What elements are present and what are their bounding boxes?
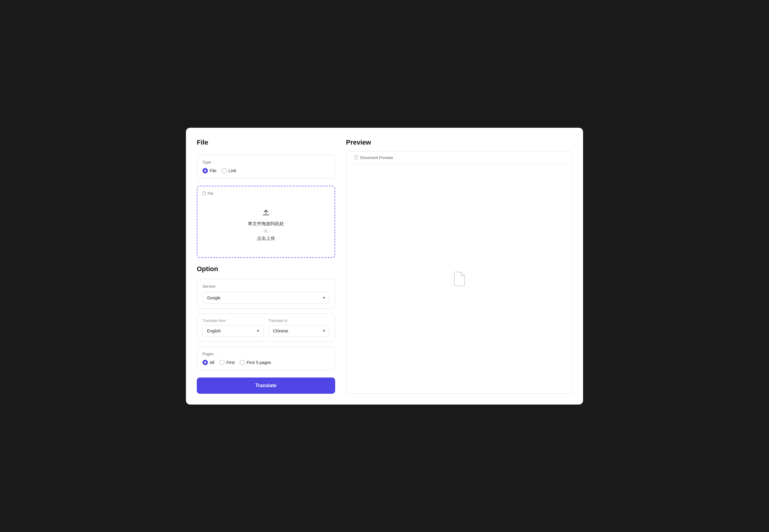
pages-first-label: First	[227, 360, 235, 365]
pages-label: Pages	[203, 352, 329, 356]
service-select[interactable]: Google DeepL Microsoft	[203, 292, 329, 304]
translate-from-label: Translate from	[203, 319, 264, 323]
option-section-title: Option	[197, 265, 335, 273]
translate-from-wrapper: English Chinese Japanese French German S…	[203, 325, 264, 337]
file-tag-label: File	[208, 191, 213, 196]
file-upload-area[interactable]: File 将文件拖放到此处 - 或 - 点击上传	[197, 186, 335, 258]
preview-tab-bar: Document Preview	[346, 151, 572, 165]
translate-lang-box: Translate from English Chinese Japanese …	[197, 313, 335, 342]
pages-first5-option[interactable]: First 5 pages	[240, 360, 271, 365]
file-section-title: File	[197, 139, 335, 146]
type-link-label: Link	[229, 168, 237, 173]
translate-button[interactable]: Translate	[197, 378, 335, 394]
translate-to-select[interactable]: Chinese English Japanese French German S…	[268, 325, 329, 337]
translate-from-col: Translate from English Chinese Japanese …	[203, 319, 264, 337]
translate-to-wrapper: Chinese English Japanese French German S…	[268, 325, 329, 337]
service-box: Service Google DeepL Microsoft ▼	[197, 279, 335, 309]
main-window: File Type File Link	[186, 128, 583, 405]
type-file-option[interactable]: File	[203, 168, 217, 173]
right-panel: Preview Document Preview	[346, 139, 572, 394]
preview-empty-icon	[453, 272, 465, 286]
type-label: Type	[203, 160, 329, 164]
upload-content: 将文件拖放到此处 - 或 - 点击上传	[202, 199, 330, 252]
option-section: Option Service Google DeepL Microsoft ▼	[197, 265, 335, 394]
file-tag: File	[202, 191, 213, 196]
translate-from-select[interactable]: English Chinese Japanese French German S…	[203, 325, 264, 337]
upload-or-text: - 或 -	[262, 228, 271, 234]
document-preview-tab-label: Document Preview	[360, 155, 393, 160]
pages-all-label: All	[210, 360, 215, 365]
file-tag-icon	[202, 191, 207, 196]
type-radio-group: File Link	[203, 168, 329, 173]
pages-first-radio[interactable]	[219, 360, 225, 365]
pages-all-radio[interactable]	[203, 360, 208, 365]
translate-row: Translate from English Chinese Japanese …	[203, 319, 329, 337]
pages-all-option[interactable]: All	[203, 360, 215, 365]
pages-first5-label: First 5 pages	[247, 360, 271, 365]
pages-first5-radio[interactable]	[240, 360, 245, 365]
type-file-radio[interactable]	[203, 168, 208, 173]
document-preview-tab[interactable]: Document Preview	[351, 151, 396, 164]
service-select-wrapper: Google DeepL Microsoft ▼	[203, 292, 329, 304]
document-tab-icon	[354, 155, 358, 160]
service-label: Service	[203, 284, 329, 289]
preview-title: Preview	[346, 139, 572, 146]
type-file-label: File	[210, 168, 217, 173]
pages-first-option[interactable]: First	[219, 360, 235, 365]
pages-box: Pages All First First 5 pages	[197, 347, 335, 370]
preview-box: Document Preview	[346, 151, 572, 394]
type-box: Type File Link	[197, 155, 335, 179]
type-link-radio[interactable]	[222, 168, 227, 173]
upload-click-text: 点击上传	[257, 236, 275, 241]
type-link-option[interactable]: Link	[222, 168, 237, 173]
left-panel: File Type File Link	[197, 139, 335, 394]
preview-empty-state	[346, 165, 572, 393]
translate-to-label: Translate to	[268, 319, 329, 323]
upload-icon	[261, 206, 271, 217]
pages-radio-group: All First First 5 pages	[203, 360, 329, 365]
upload-drag-text: 将文件拖放到此处	[248, 221, 284, 227]
translate-to-col: Translate to Chinese English Japanese Fr…	[268, 319, 329, 337]
